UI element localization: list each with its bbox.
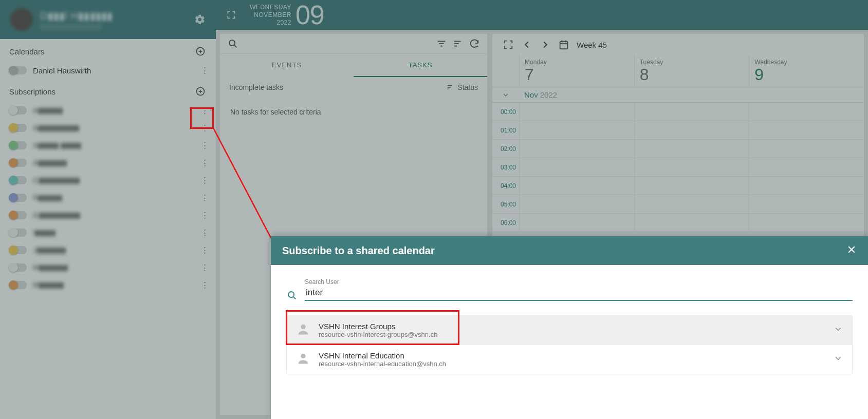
search-result[interactable]: VSHN Interest Groups resource-vshn-inter… — [287, 316, 852, 345]
dialog-title: Subscribe to a shared calendar — [282, 245, 435, 257]
svg-point-26 — [301, 325, 305, 329]
svg-point-27 — [301, 354, 305, 358]
svg-point-24 — [288, 292, 294, 297]
result-subtitle: resource-vshn-interest-groups@vshn.ch — [319, 331, 825, 338]
subscribe-dialog: Subscribe to a shared calendar Search Us… — [271, 236, 868, 419]
close-icon[interactable] — [846, 244, 857, 257]
annotation-box — [190, 107, 214, 129]
search-icon — [286, 290, 298, 301]
person-icon — [296, 322, 310, 338]
chevron-down-icon[interactable] — [834, 325, 843, 336]
chevron-down-icon[interactable] — [834, 354, 843, 365]
person-icon — [296, 351, 310, 368]
search-result[interactable]: VSHN Internal Education resource-vshn-in… — [287, 345, 852, 374]
result-title: VSHN Interest Groups — [319, 322, 825, 331]
search-label: Search User — [305, 278, 853, 285]
result-title: VSHN Internal Education — [319, 351, 825, 360]
result-subtitle: resource-vshn-internal-education@vshn.ch — [319, 360, 825, 368]
svg-line-25 — [293, 297, 296, 299]
search-input[interactable] — [305, 285, 853, 301]
